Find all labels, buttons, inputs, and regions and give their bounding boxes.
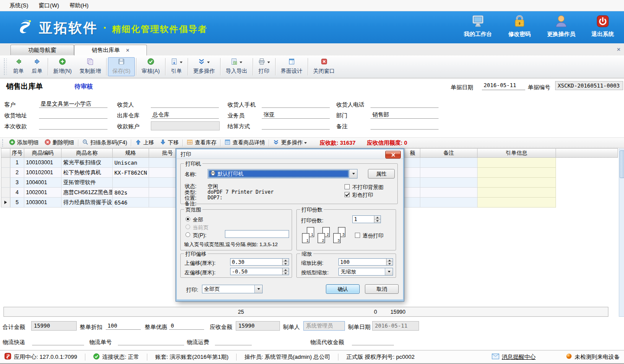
cell-code[interactable]: 100102001 — [24, 168, 62, 178]
next-doc-button[interactable]: 后单 — [28, 57, 46, 76]
pull-order-button[interactable]: 引单 — [167, 57, 186, 76]
customer-field[interactable]: 星星文具第一小学店 — [39, 100, 107, 108]
settlement-field[interactable] — [262, 121, 330, 130]
cell-code[interactable]: 1004001 — [24, 178, 62, 188]
move-down-button[interactable]: 下移 — [157, 138, 182, 147]
spin-up-icon[interactable] — [387, 259, 393, 262]
menu-help[interactable]: 帮助(H) — [64, 0, 94, 11]
consignee-field[interactable] — [151, 100, 219, 108]
ui-design-button[interactable]: 界面设计 — [277, 57, 306, 76]
header-remark[interactable]: 备注 — [420, 148, 478, 158]
tabstrip-close-icon[interactable]: × — [617, 46, 621, 53]
print-range-select[interactable]: 全部页 — [202, 285, 263, 293]
cell-ref-info[interactable] — [478, 198, 556, 208]
cell-code[interactable]: 1003001 — [24, 198, 62, 208]
paper-scale-dropdown-button[interactable] — [385, 268, 393, 275]
copies-value[interactable]: 1 — [353, 216, 374, 223]
logistics-no-field[interactable] — [118, 337, 184, 345]
order-promo-field[interactable]: 0 — [169, 322, 204, 330]
doc-date-field[interactable]: 2016-05-11 — [482, 82, 525, 90]
cell-remark[interactable] — [420, 198, 478, 208]
warehouse-field[interactable]: 总仓库 — [151, 110, 219, 119]
cell-amount[interactable] — [405, 178, 420, 188]
cell-ref-info[interactable] — [478, 178, 556, 188]
cell-name[interactable]: 亚拓管理软件 — [62, 178, 113, 188]
logistics-express-field[interactable] — [32, 337, 84, 345]
cell-ref-info[interactable] — [478, 168, 556, 178]
cell-remark[interactable] — [420, 158, 478, 168]
spin-down-icon[interactable] — [374, 220, 380, 223]
payment-field[interactable] — [39, 121, 107, 130]
menu-window[interactable]: 窗口(W) — [33, 0, 64, 11]
no-background-checkbox[interactable] — [344, 184, 350, 189]
address-field[interactable] — [39, 110, 107, 119]
header-amount[interactable]: 额 — [405, 148, 420, 158]
sp in-up-icon[interactable] — [283, 259, 289, 262]
more-operations-dropdown-icon[interactable] — [207, 62, 210, 63]
print-dropdown-icon[interactable] — [267, 62, 270, 63]
my-workbench-button[interactable]: 我的工作台 — [464, 15, 492, 38]
header-ref-info[interactable]: 引单信息 — [478, 148, 556, 158]
detail-toolbar-grip[interactable] — [2, 139, 4, 146]
scan-barcode-button[interactable]: 扫描条形码(F4) — [79, 138, 130, 147]
view-product-detail-button[interactable]: 查看商品详情 — [221, 138, 268, 147]
confirm-button[interactable]: 确认 — [326, 284, 360, 294]
add-new-button[interactable]: 新增(N) — [49, 57, 75, 76]
header-no[interactable]: 序号 — [10, 148, 24, 158]
close-window-button[interactable]: 关闭窗口 — [309, 57, 339, 76]
message-center-label[interactable]: 消息提醒中心 — [502, 353, 536, 361]
exit-system-button[interactable]: 退出系统 — [588, 15, 617, 38]
logistics-fee-field[interactable] — [215, 337, 252, 345]
header-code[interactable]: 商品编码 — [24, 148, 62, 158]
cell-no[interactable]: 2 — [10, 168, 24, 178]
cell-remark[interactable] — [420, 188, 478, 198]
print-button[interactable]: 打印 — [254, 57, 274, 76]
header-name[interactable]: 商品名称 — [62, 148, 113, 158]
cell-name[interactable]: 紫光平板扫描仪 — [62, 158, 113, 168]
cell-amount[interactable] — [405, 158, 420, 168]
range-pages-input[interactable] — [225, 230, 289, 238]
spin-down-icon[interactable] — [387, 262, 393, 265]
printer-select-dropdown-button[interactable] — [349, 169, 357, 178]
salesman-field[interactable]: 张亚 — [262, 110, 330, 119]
cell-remark[interactable] — [420, 168, 478, 178]
spin-down-icon[interactable] — [283, 272, 289, 275]
more-operations-button[interactable]: 更多操作 — [189, 57, 219, 76]
consignee-phone-field[interactable] — [370, 100, 439, 108]
paper-scale-select[interactable]: 无缩放 — [338, 268, 393, 276]
consignee-mobile-field[interactable] — [262, 100, 330, 108]
header-spec[interactable]: 规格 — [113, 148, 149, 158]
cell-no[interactable]: 3 — [10, 178, 24, 188]
toolbar-grip[interactable] — [4, 58, 7, 75]
cell-remark[interactable] — [420, 178, 478, 188]
range-all-radio[interactable] — [185, 217, 190, 221]
audit-button[interactable]: 审核(A) — [138, 57, 164, 76]
range-current-radio[interactable] — [185, 224, 190, 229]
scrollbar-thumb[interactable] — [620, 150, 624, 178]
import-export-dropdown-icon[interactable] — [240, 62, 242, 63]
prev-doc-button[interactable]: 前单 — [9, 57, 28, 76]
cell-no[interactable]: 1 — [10, 158, 24, 168]
copies-spinner[interactable]: 1 — [352, 215, 381, 223]
cell-amount[interactable] — [405, 198, 420, 208]
cell-spec[interactable]: 802s — [113, 188, 149, 198]
order-discount-field[interactable]: 100 — [106, 322, 141, 330]
cell-amount[interactable] — [405, 168, 420, 178]
detail-more-operations-button[interactable]: 更多操作 — [270, 138, 310, 147]
save-button[interactable]: 保存(S) — [108, 57, 135, 76]
range-pages-radio[interactable] — [185, 232, 190, 237]
spin-up-icon[interactable] — [283, 268, 289, 272]
move-up-button[interactable]: 上移 — [132, 138, 157, 147]
menu-system[interactable]: 系统(S) — [4, 0, 33, 11]
offset-top-spinner[interactable]: 0.30 — [230, 258, 289, 266]
spin-down-icon[interactable] — [283, 262, 289, 265]
grid-vertical-scrollbar[interactable] — [619, 149, 624, 317]
cell-ref-info[interactable] — [478, 158, 556, 168]
message-center-link[interactable]: 消息提醒中心 — [492, 353, 536, 361]
zoom-ratio-spinner[interactable]: 100 — [338, 258, 393, 266]
tab-sales-outbound[interactable]: 销售出库单 × — [74, 45, 147, 55]
delete-detail-button[interactable]: 删除明细 — [42, 138, 77, 147]
cell-amount[interactable] — [405, 188, 420, 198]
spin-up-icon[interactable] — [374, 216, 380, 220]
department-field[interactable]: 销售部 — [370, 110, 439, 119]
